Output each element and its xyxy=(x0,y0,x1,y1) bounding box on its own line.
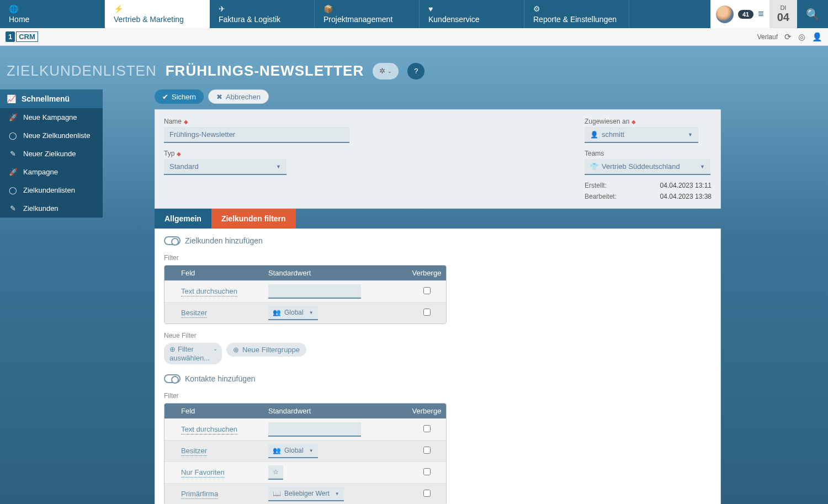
type-select[interactable]: Standard ▼ xyxy=(164,159,286,175)
col-default: Standardwert xyxy=(264,269,407,277)
teams-value: Vertrieb Süddeutschland xyxy=(602,162,680,171)
quick-menu-title: Schnellmenü xyxy=(22,94,70,103)
table-row: Text durchsuchen 🔍 xyxy=(164,280,446,302)
day-of-month: 04 xyxy=(777,11,789,24)
hide-checkbox[interactable] xyxy=(423,287,431,294)
user-area: 41 ≡ xyxy=(710,0,769,28)
rocket-icon: 🚀 xyxy=(9,168,17,176)
tab-general[interactable]: Allgemein xyxy=(155,209,211,229)
chevron-down-icon: ▼ xyxy=(309,310,314,315)
nav-home[interactable]: 🌐 Home xyxy=(0,0,105,28)
field-chip-search[interactable]: Text durchsuchen xyxy=(181,287,237,296)
date-display[interactable]: DI 04 xyxy=(769,0,797,28)
table-header: Feld Standardwert Verberge xyxy=(164,404,446,418)
hide-checkbox[interactable] xyxy=(423,425,431,432)
notification-badge[interactable]: 41 xyxy=(738,10,753,19)
toggle-add-contacts: Kontakte hinzufügen xyxy=(164,374,712,383)
modified-row: Bearbeitet: 04.04.2023 13:38 xyxy=(585,193,712,200)
hide-checkbox[interactable] xyxy=(423,490,431,497)
sidebar-item-target-lists[interactable]: ◯ Zielkundenlisten xyxy=(0,181,103,199)
hide-checkbox[interactable] xyxy=(423,309,431,316)
col-hide: Verberge xyxy=(407,407,446,415)
select-filter-line2: auswählen... xyxy=(169,354,210,363)
nav-invoicing[interactable]: ✈ Faktura & Logistik xyxy=(210,0,315,28)
hide-checkbox[interactable] xyxy=(423,468,431,475)
nav-project-management[interactable]: 📦 Projektmanagement xyxy=(315,0,420,28)
pencil-icon: ✎ xyxy=(9,204,17,213)
sidebar-item-label: Zielkunden xyxy=(23,204,59,213)
assigned-label: Zugewiesen an xyxy=(585,118,629,125)
settings-pill[interactable]: ✲ ⌄ xyxy=(373,63,399,79)
quick-menu: 📈 Schnellmenü 🚀 Neue Kampagne ◯ Neue Zie… xyxy=(0,89,103,217)
name-field: Name ◆ xyxy=(164,118,562,143)
field-chip-owner[interactable]: Besitzer xyxy=(181,447,207,456)
quick-menu-heading: 📈 Schnellmenü xyxy=(0,89,103,108)
breadcrumb[interactable]: ZIELKUNDENLISTEN xyxy=(7,62,157,79)
owner-select[interactable]: 👥 Global ▼ xyxy=(268,306,318,320)
sub-bar: 1 CRM Verlauf ⟳ ◎ 👤 xyxy=(0,28,828,46)
chevron-down-icon: ▼ xyxy=(276,164,281,169)
select-filter-line1: Filter xyxy=(178,345,194,354)
history-link[interactable]: Verlauf xyxy=(757,33,778,41)
action-bar: ✔ Sichern ✖ Abbrechen xyxy=(155,89,721,104)
help-pill[interactable]: ? xyxy=(407,63,424,79)
nav-customer-service[interactable]: ♥ Kundenservice xyxy=(420,0,524,28)
assigned-field: Zugewiesen an ◆ 👤schmitt ▼ xyxy=(585,118,712,143)
global-search-button[interactable]: 🔍 xyxy=(797,0,828,28)
col-field: Feld xyxy=(164,269,264,277)
filter-table-targets: Feld Standardwert Verberge Text durchsuc… xyxy=(164,265,447,324)
sidebar-item-new-campaign[interactable]: 🚀 Neue Kampagne xyxy=(0,108,103,126)
assigned-select[interactable]: 👤schmitt ▼ xyxy=(585,127,698,143)
nav-sales-marketing[interactable]: ⚡ Vertrieb & Marketing xyxy=(105,0,210,28)
teams-select[interactable]: 👕Vertrieb Süddeutschland ▼ xyxy=(585,159,710,175)
pencil-icon: ✎ xyxy=(9,150,17,158)
circle-icon: ◯ xyxy=(9,131,17,140)
primary-company-select[interactable]: 📖 Beliebiger Wert ▼ xyxy=(268,487,344,501)
top-nav: 🌐 Home ⚡ Vertrieb & Marketing ✈ Faktura … xyxy=(0,0,828,28)
new-filter-group-button[interactable]: ⊕ Neue Filtergruppe xyxy=(226,343,306,357)
sidebar-item-targets[interactable]: ✎ Zielkunden xyxy=(0,199,103,217)
select-filter-button[interactable]: ⊕ Filter auswählen... ⌄ xyxy=(164,343,222,364)
sidebar-item-new-target[interactable]: ✎ Neuer Zielkunde xyxy=(0,145,103,163)
close-icon: ✖ xyxy=(216,93,222,101)
field-chip-owner[interactable]: Besitzer xyxy=(181,309,207,318)
teams-label: Teams xyxy=(585,150,604,157)
search-text-input[interactable] xyxy=(268,422,361,437)
new-filter-actions: ⊕ Filter auswählen... ⌄ ⊕ Neue Filtergru… xyxy=(164,343,712,364)
avatar[interactable] xyxy=(716,6,734,23)
modified-label: Bearbeitet: xyxy=(585,193,617,200)
cancel-label: Abbrechen xyxy=(226,93,261,101)
search-text-input[interactable] xyxy=(268,284,361,299)
rocket-icon: 🚀 xyxy=(9,113,17,121)
toggle-switch[interactable] xyxy=(164,374,181,383)
type-label: Typ xyxy=(164,150,174,157)
save-button[interactable]: ✔ Sichern xyxy=(155,89,204,104)
nav-label: Faktura & Logistik xyxy=(219,15,305,24)
logo[interactable]: 1 CRM xyxy=(6,31,38,42)
nav-reports-settings[interactable]: ⚙ Reporte & Einstellungen xyxy=(524,0,629,28)
star-icon: ☆ xyxy=(273,468,279,476)
hide-checkbox[interactable] xyxy=(423,447,431,454)
menu-icon[interactable]: ≡ xyxy=(758,8,764,20)
search-icon: 🔍 xyxy=(806,8,820,21)
col-default: Standardwert xyxy=(264,407,407,415)
field-chip-primary-company[interactable]: Primärfirma xyxy=(181,490,218,499)
refresh-icon[interactable]: ⟳ xyxy=(784,32,792,42)
cancel-button[interactable]: ✖ Abbrechen xyxy=(208,89,269,104)
table-header: Feld Standardwert Verberge xyxy=(164,266,446,280)
sidebar-item-new-target-list[interactable]: ◯ Neue Zielkundenliste xyxy=(0,126,103,145)
user-icon[interactable]: 👤 xyxy=(812,32,822,42)
toggle-switch[interactable] xyxy=(164,236,181,245)
name-input[interactable] xyxy=(164,127,349,143)
field-chip-favorites[interactable]: Nur Favoriten xyxy=(181,468,225,478)
target-icon[interactable]: ◎ xyxy=(798,32,805,42)
table-row: Besitzer 👥 Global ▼ xyxy=(164,440,446,461)
favorites-toggle[interactable]: ☆ xyxy=(268,465,283,480)
owner-select[interactable]: 👥 Global ▼ xyxy=(268,444,318,458)
field-chip-search[interactable]: Text durchsuchen xyxy=(181,425,237,434)
sidebar-item-campaign[interactable]: 🚀 Kampagne xyxy=(0,163,103,181)
tab-filter-targets[interactable]: Zielkunden filtern xyxy=(211,209,296,229)
modified-value: 04.04.2023 13:38 xyxy=(660,193,712,200)
required-icon: ◆ xyxy=(184,119,188,125)
created-label: Erstellt: xyxy=(585,182,607,189)
